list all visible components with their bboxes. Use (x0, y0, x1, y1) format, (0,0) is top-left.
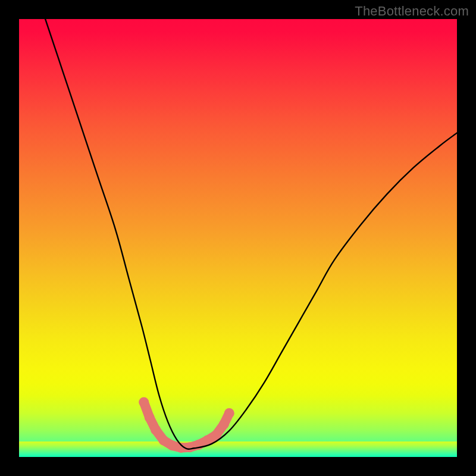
watermark-text: TheBottleneck.com (355, 4, 469, 19)
plot-area (19, 19, 457, 457)
curve-layer (19, 19, 457, 457)
trough-marker-dot (224, 408, 234, 418)
trough-marker-dot (158, 436, 168, 446)
trough-marker-dot (185, 442, 195, 452)
chart-stage: TheBottleneck.com (0, 0, 476, 476)
trough-marker-dot (219, 419, 229, 429)
trough-marker-dot (167, 440, 177, 450)
bottleneck-curve (45, 19, 457, 449)
marker-group (139, 397, 234, 453)
trough-marker-dot (151, 425, 161, 435)
trough-marker-dot (145, 412, 155, 422)
trough-marker-dot (139, 397, 149, 408)
